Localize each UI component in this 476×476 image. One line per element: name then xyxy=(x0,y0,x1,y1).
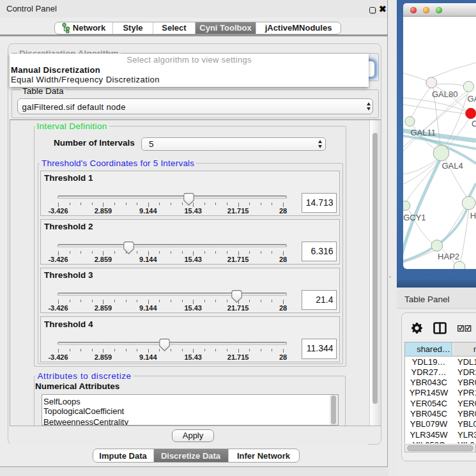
svg-text:GCY1: GCY1 xyxy=(403,213,426,222)
svg-text:GAL4: GAL4 xyxy=(442,161,463,171)
svg-text:GAL11: GAL11 xyxy=(411,128,436,137)
svg-text:GA: GA xyxy=(468,94,476,104)
svg-text:C: C xyxy=(472,119,476,128)
svg-text:H: H xyxy=(470,211,476,220)
svg-text:GAL80: GAL80 xyxy=(432,89,457,99)
svg-text:HAP2: HAP2 xyxy=(438,252,459,261)
